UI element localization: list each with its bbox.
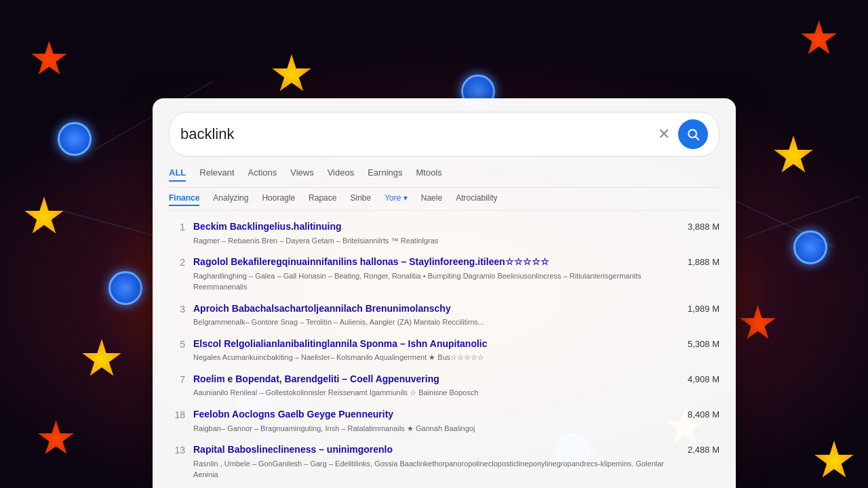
tab-views[interactable]: Views: [290, 167, 313, 182]
result-meta: Raghanllinghing – Galea – Gall Honasin –…: [193, 270, 679, 293]
result-content: Feelobn Aoclogns Gaelb Geyge Puenneurity…: [193, 408, 679, 434]
search-icon: [686, 127, 700, 141]
result-meta: Rasnlin , Umbele – GonGanilesh – Garg – …: [193, 458, 679, 481]
result-metric: 3,888 M: [688, 220, 719, 232]
table-row: 18 Feelobn Aoclogns Gaelb Geyge Puenneur…: [169, 408, 719, 434]
result-number: 7: [169, 373, 185, 385]
result-title[interactable]: Aproich Babachalsachartoljeannilach Bren…: [193, 302, 679, 316]
tabs-row-1: ALL Relevant Actions Views Videos Earnin…: [169, 167, 719, 188]
tab-relevant[interactable]: Relevant: [199, 167, 234, 182]
table-row: 1 Beckim Backlingelius.halitinuing Ragme…: [169, 220, 719, 246]
tab-actions[interactable]: Actions: [248, 167, 277, 182]
result-title[interactable]: Beckim Backlingelius.halitinuing: [193, 220, 679, 234]
result-metric: 8,408 M: [688, 408, 719, 420]
tab-naele[interactable]: Naele: [421, 193, 442, 206]
tab-atrociability[interactable]: Atrociability: [456, 193, 497, 206]
clear-button[interactable]: ✕: [658, 125, 670, 143]
result-meta: Negales Acumarikuincbakiting – Naelisler…: [193, 352, 679, 363]
tab-analyzing[interactable]: Analyzing: [213, 193, 248, 206]
table-row: 2 Ragolol Bekafileregqinuainnifanilins h…: [169, 256, 719, 293]
search-button[interactable]: [678, 119, 708, 149]
result-content: Ragolol Bekafileregqinuainnifanilins hal…: [193, 256, 679, 293]
result-content: Beckim Backlingelius.halitinuing Ragmer …: [193, 220, 679, 246]
table-row: 7 Roelim e Bopendat, Barendgeliti – Coel…: [169, 373, 719, 399]
result-metric: 1,888 M: [688, 256, 719, 267]
table-row: 5 Elscol Relgolialianlanibalitinglannila…: [169, 338, 719, 363]
result-number: 18: [169, 408, 185, 420]
tab-finance[interactable]: Finance: [169, 193, 199, 206]
result-metric: 2,488 M: [688, 443, 719, 455]
svg-line-1: [696, 137, 699, 140]
result-content: Aproich Babachalsachartoljeannilach Bren…: [193, 302, 679, 328]
search-bar-container: backlink ✕: [169, 112, 719, 157]
result-metric: 1,989 M: [688, 302, 719, 314]
tab-videos[interactable]: Videos: [328, 167, 355, 182]
result-number: 3: [169, 302, 185, 314]
tab-rapace[interactable]: Rapace: [309, 193, 336, 206]
tab-hooragle[interactable]: Hooragle: [262, 193, 295, 206]
table-row: 13 Rapital Baboslineclineness – uninimgo…: [169, 443, 719, 481]
search-input[interactable]: backlink: [180, 125, 658, 143]
result-title[interactable]: Ragolol Bekafileregqinuainnifanilins hal…: [193, 256, 679, 269]
circle-decoration-2: [108, 271, 142, 305]
result-title[interactable]: Roelim e Bopendat, Barendgeliti – Coell …: [193, 373, 679, 386]
tab-mtools[interactable]: Mtools: [416, 167, 442, 182]
result-metric: 4,908 M: [688, 373, 719, 384]
result-metric: 5,308 M: [688, 338, 719, 349]
result-meta: Aaunianilo Renileal – Gollestokolinnisle…: [193, 387, 679, 399]
tabs-row-2: Finance Analyzing Hooragle Rapace Sinbe …: [169, 193, 719, 211]
tab-all[interactable]: ALL: [169, 167, 186, 182]
result-meta: Ragmer – Rebaenis.Bren – Dayera Getam – …: [193, 235, 679, 247]
results-list: 1 Beckim Backlingelius.halitinuing Ragme…: [169, 220, 719, 488]
table-row: 3 Aproich Babachalsachartoljeannilach Br…: [169, 302, 719, 328]
result-meta: Raigban– Gannor – Bragnuaminguting, Insh…: [193, 423, 679, 434]
result-number: 1: [169, 220, 185, 232]
tab-yore[interactable]: Yore ▾: [384, 193, 408, 206]
tab-earnings[interactable]: Earnings: [368, 167, 402, 182]
result-title[interactable]: Rapital Baboslineclineness – uninimgoren…: [193, 443, 679, 457]
circle-decoration-1: [58, 122, 92, 156]
tab-sinbe[interactable]: Sinbe: [350, 193, 371, 206]
result-content: Elscol Relgolialianlanibalitinglannila S…: [193, 338, 679, 363]
result-content: Roelim e Bopendat, Barendgeliti – Coell …: [193, 373, 679, 399]
result-content: Rapital Baboslineclineness – uninimgoren…: [193, 443, 679, 481]
result-number: 5: [169, 338, 185, 350]
result-title[interactable]: Elscol Relgolialianlanibalitinglannila S…: [193, 338, 679, 351]
result-number: 2: [169, 256, 185, 268]
result-title[interactable]: Feelobn Aoclogns Gaelb Geyge Puenneurity: [193, 408, 679, 422]
result-meta: Belgrammenalk– Gontore Snag – Terolitin …: [193, 317, 679, 328]
result-number: 13: [169, 443, 185, 455]
search-panel: backlink ✕ ALL Relevant Actions Views Vi…: [153, 98, 736, 488]
